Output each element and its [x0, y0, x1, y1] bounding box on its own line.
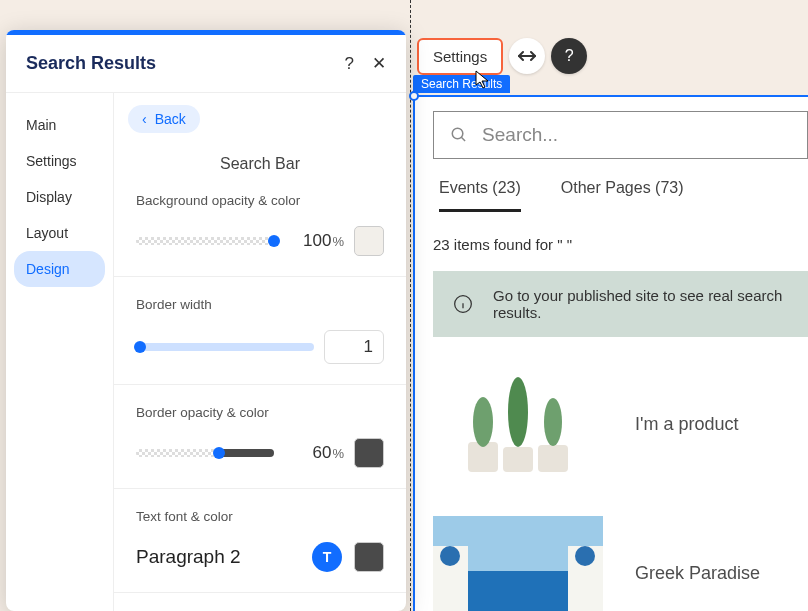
- stretch-icon: [518, 49, 536, 63]
- back-button[interactable]: ‹ Back: [128, 105, 200, 133]
- canvas-preview: Events (23) Other Pages (73) 23 items fo…: [413, 95, 808, 611]
- svg-point-18: [575, 546, 595, 566]
- result-count-text: 23 items found for " ": [433, 236, 808, 253]
- panel-nav: Main Settings Display Layout Design: [6, 93, 114, 611]
- help-icon[interactable]: ?: [345, 54, 354, 74]
- control-label: Border opacity & color: [136, 405, 384, 420]
- panel-header: Search Results ? ✕: [6, 35, 406, 93]
- help-button[interactable]: ?: [551, 38, 587, 74]
- nav-item-layout[interactable]: Layout: [14, 215, 105, 251]
- svg-point-1: [452, 128, 463, 139]
- svg-point-10: [473, 397, 493, 447]
- control-icon-opacity: Icon opacity & color 60%: [114, 593, 406, 611]
- result-title: Greek Paradise: [635, 563, 760, 584]
- svg-rect-8: [503, 447, 533, 472]
- list-item[interactable]: Greek Paradise: [433, 516, 808, 611]
- result-thumbnail: [433, 516, 603, 611]
- panel-content: ‹ Back Search Bar Background opacity & c…: [114, 93, 406, 611]
- notice-banner: Go to your published site to see real se…: [433, 271, 808, 337]
- svg-rect-9: [538, 445, 568, 472]
- result-thumbnail: [433, 367, 603, 482]
- typography-icon[interactable]: T: [312, 542, 342, 572]
- control-border-opacity: Border opacity & color 60%: [114, 385, 406, 489]
- drag-handle-button[interactable]: [509, 38, 545, 74]
- width-value[interactable]: 1: [324, 330, 384, 364]
- nav-item-settings[interactable]: Settings: [14, 143, 105, 179]
- opacity-value: 60%: [284, 443, 344, 463]
- nav-item-main[interactable]: Main: [14, 107, 105, 143]
- close-icon[interactable]: ✕: [372, 53, 386, 74]
- chevron-left-icon: ‹: [142, 111, 147, 127]
- element-floating-toolbar: Settings ?: [417, 38, 587, 75]
- settings-button[interactable]: Settings: [417, 38, 503, 75]
- info-icon: [453, 294, 473, 314]
- list-item[interactable]: I'm a product: [433, 367, 808, 482]
- section-heading: Search Bar: [114, 155, 406, 173]
- opacity-slider[interactable]: [136, 449, 274, 457]
- notice-text: Go to your published site to see real se…: [493, 287, 788, 321]
- panel-title: Search Results: [26, 53, 156, 74]
- tab-events[interactable]: Events (23): [439, 179, 521, 212]
- svg-point-12: [544, 398, 562, 446]
- opacity-value: 100%: [284, 231, 344, 251]
- tab-other-pages[interactable]: Other Pages (73): [561, 179, 684, 212]
- result-tabs: Events (23) Other Pages (73): [439, 179, 808, 212]
- color-swatch[interactable]: [354, 542, 384, 572]
- result-title: I'm a product: [635, 414, 738, 435]
- svg-point-11: [508, 377, 528, 447]
- nav-item-display[interactable]: Display: [14, 179, 105, 215]
- control-bg-opacity: Background opacity & color 100%: [114, 173, 406, 277]
- selected-element-tag: Search Results: [413, 75, 510, 93]
- opacity-slider[interactable]: [136, 237, 274, 245]
- nav-item-design[interactable]: Design: [14, 251, 105, 287]
- font-value: Paragraph 2: [136, 546, 300, 568]
- design-panel: Search Results ? ✕ Main Settings Display…: [6, 30, 406, 611]
- svg-line-2: [461, 137, 465, 141]
- control-text-font: Text font & color Paragraph 2 T: [114, 489, 406, 593]
- control-label: Background opacity & color: [136, 193, 384, 208]
- svg-point-17: [440, 546, 460, 566]
- search-input[interactable]: [482, 124, 791, 146]
- control-border-width: Border width 1: [114, 277, 406, 385]
- color-swatch[interactable]: [354, 226, 384, 256]
- back-label: Back: [155, 111, 186, 127]
- control-label: Text font & color: [136, 509, 384, 524]
- color-swatch[interactable]: [354, 438, 384, 468]
- width-slider[interactable]: [136, 343, 314, 351]
- search-bar[interactable]: [433, 111, 808, 159]
- control-label: Border width: [136, 297, 384, 312]
- results-list: I'm a product Greek Paradise: [433, 367, 808, 611]
- search-icon: [450, 125, 468, 145]
